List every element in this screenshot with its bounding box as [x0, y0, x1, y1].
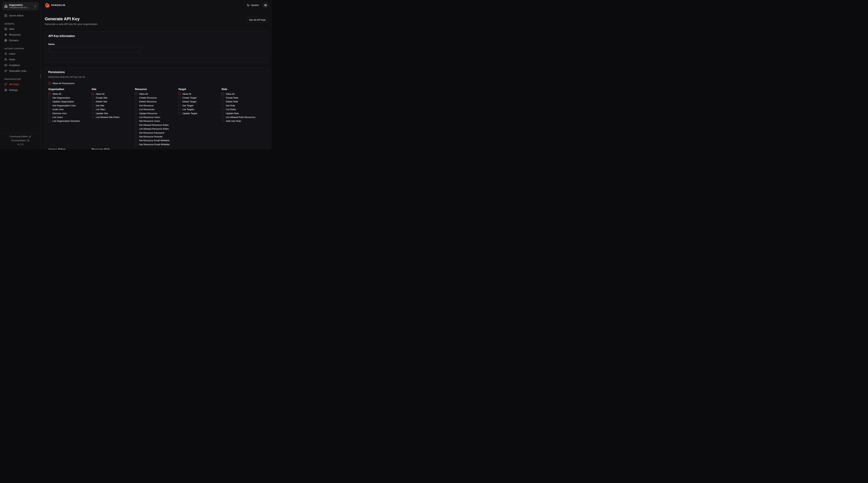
permissions-card: Permissions Determine what this API key …	[45, 67, 268, 149]
perm-item-resource-update-resource: Update Resource	[135, 111, 178, 115]
checkbox-resource-list-allowed-resource-roles[interactable]	[135, 128, 137, 130]
org-selector-value: milo@fossorial.io's ...	[9, 6, 32, 9]
checkbox-target-create-target[interactable]	[178, 97, 181, 99]
page-head: Generate API Key Generate a new API key …	[45, 17, 268, 26]
sidebar-item-sites[interactable]: Sites	[2, 27, 38, 31]
checkbox-site-delete-site[interactable]	[92, 100, 94, 103]
sidebar-item-settings[interactable]: Settings	[2, 88, 38, 92]
checkbox-site-list-sites[interactable]	[92, 108, 94, 111]
checkbox-organization-remove-user[interactable]	[48, 112, 51, 115]
perm-item-resource-set-allowed-resource-roles: Set Allowed Resource Roles	[135, 123, 178, 127]
perm-item-label: Delete Resource	[139, 100, 157, 103]
avatar[interactable]: M	[262, 2, 268, 8]
checkbox-resource-set-allowed-resource-roles[interactable]	[135, 124, 137, 126]
checkbox-target-delete-target[interactable]	[178, 100, 181, 103]
checkbox-site-get-site[interactable]	[92, 104, 94, 107]
allow-all-permissions-row: Allow All Permissions	[48, 82, 265, 85]
sidebar-item-label: Shareable Links	[9, 70, 26, 72]
checkbox-role-list-roles[interactable]	[221, 108, 224, 111]
checkbox-resource-set-resource-email-whitelist[interactable]	[135, 139, 137, 142]
perm-item-label: List Resources	[139, 108, 155, 111]
perm-item-target-delete-target: Delete Target	[178, 100, 222, 104]
perm-item-resource-list-resource-users: List Resource Users	[135, 115, 178, 119]
perm-item-label: Delete Site	[96, 100, 107, 103]
checkbox-target-get-target[interactable]	[178, 104, 181, 107]
checkbox-organization-allow-all[interactable]	[48, 93, 51, 95]
see-all-api-keys-button[interactable]: See All API Keys	[246, 17, 268, 23]
checkbox-resource-list-resource-users[interactable]	[135, 116, 137, 119]
sidebar-item-resources[interactable]: Resources	[2, 33, 38, 37]
sidebar-item-roles[interactable]: Roles	[2, 57, 38, 62]
theme-toggle[interactable]: System	[247, 4, 259, 7]
sidebar-footer: Community Edition Documentation v1.7.0	[0, 133, 41, 149]
checkbox-site-list-allowed-site-roles[interactable]	[92, 116, 94, 119]
brand[interactable]: PANGOLIN	[45, 3, 65, 8]
sidebar-item-label: Server Admin	[9, 14, 24, 17]
name-input[interactable]	[48, 47, 141, 53]
checkbox-organization-list-users[interactable]	[48, 116, 51, 119]
perm-item-label: Delete Role	[226, 100, 238, 103]
checkbox-resource-get-resource[interactable]	[135, 104, 137, 107]
checkbox-target-allow-all[interactable]	[178, 93, 181, 95]
perm-item-label: Update Site	[96, 112, 108, 115]
checkbox-role-delete-role[interactable]	[221, 100, 224, 103]
sidebar-item-api-keys[interactable]: API Keys	[2, 82, 38, 87]
brand-name: PANGOLIN	[51, 4, 65, 6]
checkbox-resource-allow-all[interactable]	[135, 93, 137, 95]
sidebar-item-label: Roles	[9, 58, 15, 61]
checkbox-resource-create-resource[interactable]	[135, 97, 137, 99]
perm-item-role-delete-role: Delete Role	[221, 100, 265, 104]
checkbox-role-get-role[interactable]	[221, 104, 224, 107]
checkbox-role-update-role[interactable]	[221, 112, 224, 115]
perm-item-label: Allow All	[139, 93, 148, 95]
checkbox-organization-invite-user[interactable]	[48, 108, 51, 111]
checkbox-resource-delete-resource[interactable]	[135, 100, 137, 103]
checkbox-resource-set-resource-pincode[interactable]	[135, 135, 137, 138]
checkbox-target-list-targets[interactable]	[178, 108, 181, 111]
checkbox-organization-get-organization[interactable]	[48, 97, 51, 99]
org-selector[interactable]: Organization milo@fossorial.io's ...	[2, 2, 38, 10]
checkbox-role-create-role[interactable]	[221, 97, 224, 99]
perm-group-resource: ResourceAllow AllCreate ResourceDelete R…	[135, 88, 178, 146]
checkbox-site-update-site[interactable]	[92, 112, 94, 115]
perm-item-label: Get Target	[182, 104, 193, 107]
permissions-title: Permissions	[48, 71, 265, 73]
checkbox-organization-get-organization-user[interactable]	[48, 104, 51, 107]
checkbox-resource-list-resources[interactable]	[135, 108, 137, 111]
checkbox-target-update-target[interactable]	[178, 112, 181, 115]
checkbox-role-allow-all[interactable]	[221, 93, 224, 95]
sidebar-item-invitations[interactable]: Invitations	[2, 63, 38, 67]
sidebar-item-shareable-links[interactable]: Shareable Links	[2, 69, 38, 73]
perm-item-site-update-site: Update Site	[92, 111, 135, 115]
checkbox-resource-update-resource[interactable]	[135, 112, 137, 115]
sidebar-item-domains[interactable]: Domains	[2, 38, 38, 42]
perm-item-resource-get-resource-email-whitelist: Get Resource Email Whitelist	[135, 142, 178, 146]
checkbox-role-add-user-role[interactable]	[221, 120, 224, 122]
checkbox-resource-get-resource-email-whitelist[interactable]	[135, 143, 137, 146]
checkbox-resource-set-resource-password[interactable]	[135, 131, 137, 134]
perm-item-label: List Users	[53, 116, 63, 119]
allow-all-permissions-checkbox[interactable]	[48, 82, 51, 85]
sidebar-item-server-admin[interactable]: Server Admin	[2, 13, 38, 18]
org-selector-texts: Organization milo@fossorial.io's ...	[9, 4, 32, 9]
checkbox-site-create-site[interactable]	[92, 97, 94, 99]
perm-item-label: Get Site	[96, 104, 104, 107]
perm-item-label: Create Resource	[139, 96, 157, 99]
perm-item-label: List Resource Users	[139, 116, 160, 119]
checkbox-site-allow-all[interactable]	[92, 93, 94, 95]
documentation-link[interactable]: Documentation	[0, 139, 41, 142]
community-edition-link[interactable]: Community Edition	[0, 135, 41, 138]
link-icon	[4, 70, 7, 72]
sidebar-scrollbar[interactable]	[40, 74, 41, 78]
sidebar-nav: Server Admin GENERALSitesResourcesDomain…	[0, 10, 41, 94]
checkbox-organization-list-organization-domains[interactable]	[48, 120, 51, 122]
checkbox-organization-update-organization[interactable]	[48, 100, 51, 103]
perm-item-organization-list-users: List Users	[48, 115, 92, 119]
checkbox-resource-set-resource-users[interactable]	[135, 120, 137, 122]
checkbox-role-list-allowed-role-resources[interactable]	[221, 116, 224, 119]
perm-group-title: Access Token	[48, 148, 92, 149]
perm-item-label: Allow All	[96, 93, 104, 95]
section-label-access-control: ACCESS CONTROL	[2, 47, 38, 50]
perm-item-label: List Targets	[182, 108, 194, 111]
sidebar-item-users[interactable]: Users	[2, 52, 38, 56]
